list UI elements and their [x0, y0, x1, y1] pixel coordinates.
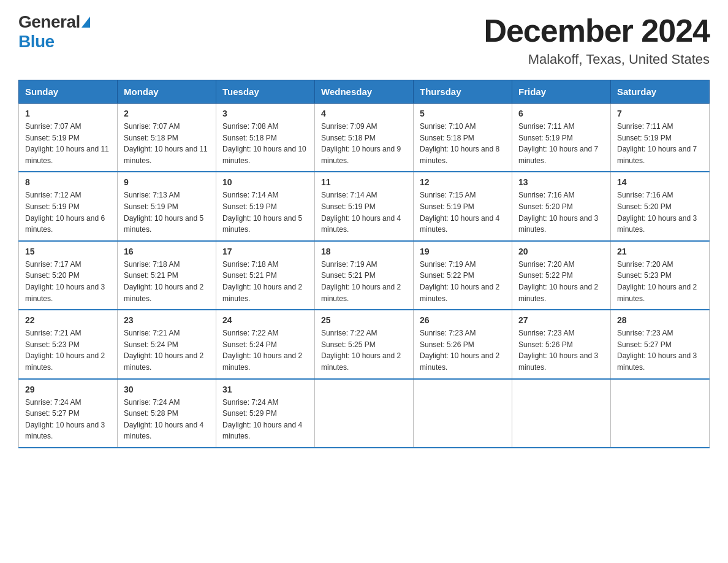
calendar-cell: 25Sunrise: 7:22 AMSunset: 5:25 PMDayligh… — [315, 310, 414, 378]
calendar-cell — [414, 379, 512, 448]
day-info: Sunrise: 7:23 AMSunset: 5:26 PMDaylight:… — [518, 327, 604, 373]
calendar-cell — [315, 379, 414, 448]
calendar-cell: 21Sunrise: 7:20 AMSunset: 5:23 PMDayligh… — [611, 241, 710, 310]
day-number: 4 — [321, 109, 407, 118]
day-info: Sunrise: 7:11 AMSunset: 5:19 PMDaylight:… — [518, 121, 604, 166]
day-info: Sunrise: 7:23 AMSunset: 5:26 PMDaylight:… — [420, 327, 506, 373]
logo-arrow-icon — [82, 17, 90, 28]
day-info: Sunrise: 7:16 AMSunset: 5:20 PMDaylight:… — [617, 190, 703, 235]
calendar-row-3: 15Sunrise: 7:17 AMSunset: 5:20 PMDayligh… — [19, 241, 710, 310]
calendar-cell: 16Sunrise: 7:18 AMSunset: 5:21 PMDayligh… — [118, 241, 216, 310]
day-info: Sunrise: 7:19 AMSunset: 5:22 PMDaylight:… — [420, 259, 506, 304]
day-number: 25 — [321, 315, 407, 325]
header-thursday: Thursday — [414, 80, 512, 104]
day-info: Sunrise: 7:16 AMSunset: 5:20 PMDaylight:… — [518, 190, 604, 235]
day-number: 22 — [25, 315, 111, 325]
day-info: Sunrise: 7:15 AMSunset: 5:19 PMDaylight:… — [420, 190, 506, 235]
header-monday: Monday — [118, 80, 216, 104]
day-info: Sunrise: 7:24 AMSunset: 5:28 PMDaylight:… — [124, 397, 210, 442]
day-number: 27 — [518, 315, 604, 325]
logo-blue-text: Blue — [18, 32, 55, 52]
calendar-cell: 28Sunrise: 7:23 AMSunset: 5:27 PMDayligh… — [611, 310, 710, 378]
calendar-cell: 29Sunrise: 7:24 AMSunset: 5:27 PMDayligh… — [19, 379, 118, 448]
calendar-cell: 27Sunrise: 7:23 AMSunset: 5:26 PMDayligh… — [512, 310, 611, 378]
day-info: Sunrise: 7:17 AMSunset: 5:20 PMDaylight:… — [25, 259, 111, 304]
header-friday: Friday — [512, 80, 611, 104]
day-info: Sunrise: 7:22 AMSunset: 5:24 PMDaylight:… — [222, 327, 308, 373]
calendar-cell: 12Sunrise: 7:15 AMSunset: 5:19 PMDayligh… — [414, 172, 512, 240]
calendar-cell: 24Sunrise: 7:22 AMSunset: 5:24 PMDayligh… — [216, 310, 315, 378]
day-number: 3 — [222, 109, 308, 118]
day-info: Sunrise: 7:14 AMSunset: 5:19 PMDaylight:… — [222, 190, 308, 235]
calendar-cell: 30Sunrise: 7:24 AMSunset: 5:28 PMDayligh… — [118, 379, 216, 448]
day-number: 16 — [124, 247, 210, 256]
day-number: 24 — [222, 315, 308, 325]
calendar-cell: 5Sunrise: 7:10 AMSunset: 5:18 PMDaylight… — [414, 104, 512, 172]
calendar-cell: 15Sunrise: 7:17 AMSunset: 5:20 PMDayligh… — [19, 241, 118, 310]
day-number: 31 — [222, 385, 308, 394]
day-number: 8 — [25, 177, 111, 187]
month-title: December 2024 — [483, 12, 710, 49]
calendar-row-2: 8Sunrise: 7:12 AMSunset: 5:19 PMDaylight… — [19, 172, 710, 240]
day-number: 29 — [25, 385, 111, 394]
day-number: 10 — [222, 177, 308, 187]
calendar-cell — [611, 379, 710, 448]
day-info: Sunrise: 7:18 AMSunset: 5:21 PMDaylight:… — [124, 259, 210, 304]
calendar-cell: 10Sunrise: 7:14 AMSunset: 5:19 PMDayligh… — [216, 172, 315, 240]
day-number: 2 — [124, 109, 210, 118]
day-info: Sunrise: 7:09 AMSunset: 5:18 PMDaylight:… — [321, 121, 407, 166]
calendar-cell — [512, 379, 611, 448]
day-info: Sunrise: 7:11 AMSunset: 5:19 PMDaylight:… — [617, 121, 703, 166]
day-info: Sunrise: 7:19 AMSunset: 5:21 PMDaylight:… — [321, 259, 407, 304]
header-sunday: Sunday — [19, 80, 118, 104]
calendar-row-1: 1Sunrise: 7:07 AMSunset: 5:19 PMDaylight… — [19, 104, 710, 172]
calendar-cell: 13Sunrise: 7:16 AMSunset: 5:20 PMDayligh… — [512, 172, 611, 240]
day-number: 26 — [420, 315, 506, 325]
day-info: Sunrise: 7:21 AMSunset: 5:24 PMDaylight:… — [124, 327, 210, 373]
day-number: 20 — [518, 247, 604, 256]
day-info: Sunrise: 7:20 AMSunset: 5:23 PMDaylight:… — [617, 259, 703, 304]
day-info: Sunrise: 7:14 AMSunset: 5:19 PMDaylight:… — [321, 190, 407, 235]
day-number: 7 — [617, 109, 703, 118]
day-info: Sunrise: 7:23 AMSunset: 5:27 PMDaylight:… — [617, 327, 703, 373]
header-saturday: Saturday — [611, 80, 710, 104]
day-info: Sunrise: 7:07 AMSunset: 5:19 PMDaylight:… — [25, 121, 111, 166]
day-number: 17 — [222, 247, 308, 256]
calendar-cell: 31Sunrise: 7:24 AMSunset: 5:29 PMDayligh… — [216, 379, 315, 448]
day-info: Sunrise: 7:12 AMSunset: 5:19 PMDaylight:… — [25, 190, 111, 235]
day-info: Sunrise: 7:24 AMSunset: 5:27 PMDaylight:… — [25, 397, 111, 442]
day-number: 5 — [420, 109, 506, 118]
header-row: SundayMondayTuesdayWednesdayThursdayFrid… — [19, 80, 710, 104]
title-section: December 2024 Malakoff, Texas, United St… — [483, 12, 710, 67]
day-number: 23 — [124, 315, 210, 325]
calendar-table: SundayMondayTuesdayWednesdayThursdayFrid… — [18, 80, 710, 448]
day-number: 13 — [518, 177, 604, 187]
calendar-cell: 3Sunrise: 7:08 AMSunset: 5:18 PMDaylight… — [216, 104, 315, 172]
day-info: Sunrise: 7:21 AMSunset: 5:23 PMDaylight:… — [25, 327, 111, 373]
logo-general-text: General — [18, 12, 80, 32]
day-info: Sunrise: 7:22 AMSunset: 5:25 PMDaylight:… — [321, 327, 407, 373]
day-number: 18 — [321, 247, 407, 256]
calendar-cell: 18Sunrise: 7:19 AMSunset: 5:21 PMDayligh… — [315, 241, 414, 310]
page-header: General Blue December 2024 Malakoff, Tex… — [18, 12, 710, 67]
day-number: 12 — [420, 177, 506, 187]
day-info: Sunrise: 7:07 AMSunset: 5:18 PMDaylight:… — [124, 121, 210, 166]
logo: General Blue — [18, 12, 90, 52]
day-number: 11 — [321, 177, 407, 187]
calendar-cell: 9Sunrise: 7:13 AMSunset: 5:19 PMDaylight… — [118, 172, 216, 240]
day-number: 15 — [25, 247, 111, 256]
day-number: 19 — [420, 247, 506, 256]
calendar-cell: 19Sunrise: 7:19 AMSunset: 5:22 PMDayligh… — [414, 241, 512, 310]
calendar-cell: 23Sunrise: 7:21 AMSunset: 5:24 PMDayligh… — [118, 310, 216, 378]
calendar-row-4: 22Sunrise: 7:21 AMSunset: 5:23 PMDayligh… — [19, 310, 710, 378]
day-number: 14 — [617, 177, 703, 187]
day-number: 28 — [617, 315, 703, 325]
calendar-cell: 14Sunrise: 7:16 AMSunset: 5:20 PMDayligh… — [611, 172, 710, 240]
calendar-cell: 8Sunrise: 7:12 AMSunset: 5:19 PMDaylight… — [19, 172, 118, 240]
calendar-cell: 20Sunrise: 7:20 AMSunset: 5:22 PMDayligh… — [512, 241, 611, 310]
calendar-row-5: 29Sunrise: 7:24 AMSunset: 5:27 PMDayligh… — [19, 379, 710, 448]
day-number: 6 — [518, 109, 604, 118]
calendar-cell: 7Sunrise: 7:11 AMSunset: 5:19 PMDaylight… — [611, 104, 710, 172]
day-info: Sunrise: 7:24 AMSunset: 5:29 PMDaylight:… — [222, 397, 308, 442]
calendar-cell: 1Sunrise: 7:07 AMSunset: 5:19 PMDaylight… — [19, 104, 118, 172]
